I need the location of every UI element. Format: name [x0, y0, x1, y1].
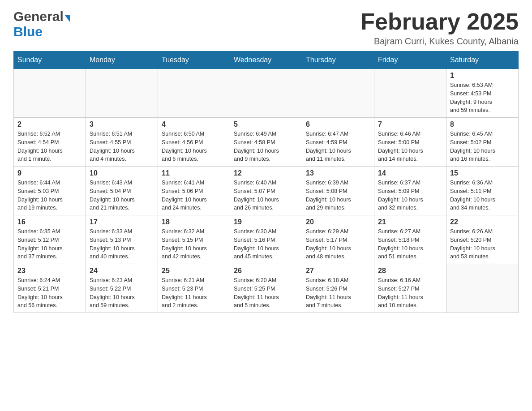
location-subtitle: Bajram Curri, Kukes County, Albania [360, 36, 519, 47]
day-info: Sunrise: 6:46 AM Sunset: 5:00 PM Dayligh… [378, 130, 442, 163]
calendar-week-row: 9Sunrise: 6:44 AM Sunset: 5:03 PM Daylig… [14, 167, 519, 215]
day-number: 9 [17, 169, 82, 177]
day-info: Sunrise: 6:16 AM Sunset: 5:27 PM Dayligh… [378, 276, 442, 310]
calendar-day-header: Friday [374, 51, 446, 69]
calendar-day-cell [86, 69, 158, 118]
day-info: Sunrise: 6:20 AM Sunset: 5:25 PM Dayligh… [234, 276, 298, 310]
day-number: 5 [234, 120, 298, 128]
calendar-day-cell: 25Sunrise: 6:21 AM Sunset: 5:23 PM Dayli… [158, 264, 230, 313]
day-info: Sunrise: 6:26 AM Sunset: 5:20 PM Dayligh… [450, 227, 515, 261]
calendar-day-cell [230, 69, 302, 118]
calendar-day-cell: 20Sunrise: 6:29 AM Sunset: 5:17 PM Dayli… [302, 215, 374, 264]
day-info: Sunrise: 6:32 AM Sunset: 5:15 PM Dayligh… [162, 227, 226, 261]
calendar-week-row: 16Sunrise: 6:35 AM Sunset: 5:12 PM Dayli… [14, 215, 519, 264]
day-number: 17 [90, 218, 154, 226]
day-number: 3 [90, 120, 154, 128]
day-number: 26 [234, 267, 298, 275]
day-info: Sunrise: 6:44 AM Sunset: 5:03 PM Dayligh… [17, 179, 82, 212]
day-info: Sunrise: 6:50 AM Sunset: 4:56 PM Dayligh… [162, 130, 226, 163]
calendar-day-cell [302, 69, 374, 118]
day-number: 24 [90, 267, 154, 275]
day-info: Sunrise: 6:35 AM Sunset: 5:12 PM Dayligh… [17, 227, 82, 261]
calendar-day-cell: 12Sunrise: 6:40 AM Sunset: 5:07 PM Dayli… [230, 167, 302, 215]
calendar-day-cell: 6Sunrise: 6:47 AM Sunset: 4:59 PM Daylig… [302, 118, 374, 167]
day-info: Sunrise: 6:53 AM Sunset: 4:53 PM Dayligh… [450, 81, 515, 115]
day-info: Sunrise: 6:21 AM Sunset: 5:23 PM Dayligh… [162, 276, 226, 310]
day-number: 13 [306, 169, 370, 177]
day-number: 27 [306, 267, 370, 275]
day-info: Sunrise: 6:41 AM Sunset: 5:06 PM Dayligh… [162, 179, 226, 212]
day-info: Sunrise: 6:30 AM Sunset: 5:16 PM Dayligh… [234, 227, 298, 261]
day-number: 18 [162, 218, 226, 226]
calendar-header-row: SundayMondayTuesdayWednesdayThursdayFrid… [14, 51, 519, 69]
day-number: 25 [162, 267, 226, 275]
day-info: Sunrise: 6:33 AM Sunset: 5:13 PM Dayligh… [90, 227, 154, 261]
calendar-day-cell: 13Sunrise: 6:39 AM Sunset: 5:08 PM Dayli… [302, 167, 374, 215]
day-number: 14 [378, 169, 442, 177]
day-number: 19 [234, 218, 298, 226]
calendar-day-cell: 4Sunrise: 6:50 AM Sunset: 4:56 PM Daylig… [158, 118, 230, 167]
calendar-day-cell: 26Sunrise: 6:20 AM Sunset: 5:25 PM Dayli… [230, 264, 302, 313]
day-number: 8 [450, 120, 515, 128]
day-number: 28 [378, 267, 442, 275]
month-title: February 2025 [360, 9, 519, 34]
logo-blue-text: Blue [13, 24, 43, 39]
day-info: Sunrise: 6:40 AM Sunset: 5:07 PM Dayligh… [234, 179, 298, 212]
calendar-day-cell: 28Sunrise: 6:16 AM Sunset: 5:27 PM Dayli… [374, 264, 446, 313]
calendar-table: SundayMondayTuesdayWednesdayThursdayFrid… [13, 51, 519, 313]
calendar-day-cell: 21Sunrise: 6:27 AM Sunset: 5:18 PM Dayli… [374, 215, 446, 264]
calendar-day-cell: 18Sunrise: 6:32 AM Sunset: 5:15 PM Dayli… [158, 215, 230, 264]
calendar-day-cell: 15Sunrise: 6:36 AM Sunset: 5:11 PM Dayli… [446, 167, 519, 215]
calendar-day-header: Sunday [14, 51, 86, 69]
logo-general-text: General [13, 9, 64, 24]
day-number: 11 [162, 169, 226, 177]
day-info: Sunrise: 6:52 AM Sunset: 4:54 PM Dayligh… [17, 130, 82, 163]
calendar-day-header: Wednesday [230, 51, 302, 69]
day-number: 12 [234, 169, 298, 177]
day-info: Sunrise: 6:18 AM Sunset: 5:26 PM Dayligh… [306, 276, 370, 310]
calendar-day-cell: 24Sunrise: 6:23 AM Sunset: 5:22 PM Dayli… [86, 264, 158, 313]
calendar-day-cell: 19Sunrise: 6:30 AM Sunset: 5:16 PM Dayli… [230, 215, 302, 264]
day-info: Sunrise: 6:29 AM Sunset: 5:17 PM Dayligh… [306, 227, 370, 261]
day-number: 6 [306, 120, 370, 128]
calendar-day-cell: 27Sunrise: 6:18 AM Sunset: 5:26 PM Dayli… [302, 264, 374, 313]
calendar-week-row: 23Sunrise: 6:24 AM Sunset: 5:21 PM Dayli… [14, 264, 519, 313]
day-number: 2 [17, 120, 82, 128]
day-info: Sunrise: 6:39 AM Sunset: 5:08 PM Dayligh… [306, 179, 370, 212]
day-number: 21 [378, 218, 442, 226]
calendar-day-cell: 5Sunrise: 6:49 AM Sunset: 4:58 PM Daylig… [230, 118, 302, 167]
day-info: Sunrise: 6:23 AM Sunset: 5:22 PM Dayligh… [90, 276, 154, 310]
calendar-week-row: 1Sunrise: 6:53 AM Sunset: 4:53 PM Daylig… [14, 69, 519, 118]
day-info: Sunrise: 6:51 AM Sunset: 4:55 PM Dayligh… [90, 130, 154, 163]
day-info: Sunrise: 6:37 AM Sunset: 5:09 PM Dayligh… [378, 179, 442, 212]
calendar-day-header: Monday [86, 51, 158, 69]
calendar-day-cell [14, 69, 86, 118]
page-header: General Blue February 2025 Bajram Curri,… [13, 9, 519, 47]
calendar-day-cell [446, 264, 519, 313]
calendar-day-header: Thursday [302, 51, 374, 69]
calendar-day-cell: 23Sunrise: 6:24 AM Sunset: 5:21 PM Dayli… [14, 264, 86, 313]
day-number: 4 [162, 120, 226, 128]
day-number: 15 [450, 169, 515, 177]
calendar-day-cell: 11Sunrise: 6:41 AM Sunset: 5:06 PM Dayli… [158, 167, 230, 215]
day-number: 10 [90, 169, 154, 177]
calendar-day-header: Saturday [446, 51, 519, 69]
day-number: 23 [17, 267, 82, 275]
day-info: Sunrise: 6:43 AM Sunset: 5:04 PM Dayligh… [90, 179, 154, 212]
logo-arrow-icon [64, 15, 70, 22]
day-number: 20 [306, 218, 370, 226]
day-info: Sunrise: 6:45 AM Sunset: 5:02 PM Dayligh… [450, 130, 515, 163]
day-info: Sunrise: 6:27 AM Sunset: 5:18 PM Dayligh… [378, 227, 442, 261]
calendar-day-cell: 7Sunrise: 6:46 AM Sunset: 5:00 PM Daylig… [374, 118, 446, 167]
day-info: Sunrise: 6:47 AM Sunset: 4:59 PM Dayligh… [306, 130, 370, 163]
day-number: 1 [450, 72, 515, 80]
day-number: 16 [17, 218, 82, 226]
day-number: 22 [450, 218, 515, 226]
logo: General Blue [13, 9, 70, 39]
calendar-day-cell: 2Sunrise: 6:52 AM Sunset: 4:54 PM Daylig… [14, 118, 86, 167]
calendar-day-cell: 16Sunrise: 6:35 AM Sunset: 5:12 PM Dayli… [14, 215, 86, 264]
calendar-day-cell: 3Sunrise: 6:51 AM Sunset: 4:55 PM Daylig… [86, 118, 158, 167]
day-info: Sunrise: 6:49 AM Sunset: 4:58 PM Dayligh… [234, 130, 298, 163]
calendar-day-cell: 14Sunrise: 6:37 AM Sunset: 5:09 PM Dayli… [374, 167, 446, 215]
day-info: Sunrise: 6:24 AM Sunset: 5:21 PM Dayligh… [17, 276, 82, 310]
